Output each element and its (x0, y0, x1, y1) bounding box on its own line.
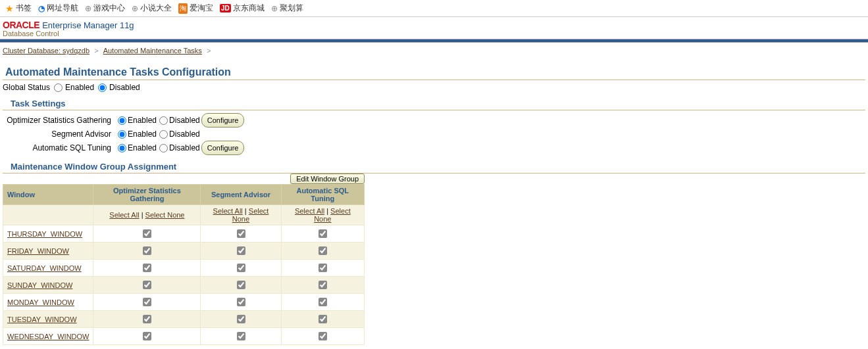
checkbox-cell (201, 277, 281, 294)
table-row: FRIDAY_WINDOW (3, 243, 365, 260)
window-link[interactable]: SUNDAY_WINDOW (7, 281, 72, 289)
bookmark-item[interactable]: JD京东商城 (220, 3, 265, 14)
product-name: Enterprise Manager 11g (42, 20, 134, 30)
breadcrumb-sep: > (205, 47, 211, 55)
disabled-label: Disabled (169, 141, 200, 154)
window-name-cell: WEDNESDAY_WINDOW (3, 328, 93, 345)
window-link[interactable]: FRIDAY_WINDOW (7, 247, 69, 255)
task-disabled-radio[interactable] (159, 116, 168, 125)
window-link[interactable]: TUESDAY_WINDOW (7, 315, 77, 323)
task-enabled-radio[interactable] (118, 116, 126, 125)
global-status-disabled-radio[interactable] (98, 83, 107, 92)
assignment-checkbox[interactable] (237, 281, 245, 289)
window-link[interactable]: WEDNESDAY_WINDOW (7, 333, 89, 340)
assignment-checkbox[interactable] (143, 281, 151, 289)
col-header: Automatic SQL Tuning (281, 185, 364, 205)
assignment-checkbox[interactable] (237, 315, 245, 323)
checkbox-cell (281, 277, 364, 294)
assignment-checkbox[interactable] (237, 229, 245, 238)
checkbox-cell (201, 311, 281, 328)
checkbox-cell (281, 225, 364, 243)
task-enabled-radio[interactable] (118, 144, 126, 152)
global-status-enabled-label: Enabled (65, 83, 94, 92)
assignment-checkbox[interactable] (319, 298, 327, 306)
assignment-checkbox[interactable] (143, 229, 151, 238)
bookmark-item[interactable]: ⊕小说大全 (132, 3, 172, 14)
checkbox-cell (201, 260, 281, 277)
select-none-link[interactable]: Select None (145, 211, 185, 219)
configure-button[interactable]: Configure (201, 113, 245, 128)
checkbox-cell (93, 277, 201, 294)
bookmark-label: 小说大全 (140, 3, 172, 14)
jd-icon: JD (220, 4, 231, 12)
task-disabled-radio[interactable] (159, 144, 168, 152)
assignment-checkbox[interactable] (319, 315, 327, 323)
breadcrumb-link[interactable]: Automated Maintenance Tasks (103, 47, 202, 55)
global-status-disabled-label: Disabled (109, 83, 140, 92)
window-group-title: Maintenance Window Group Assignment (3, 158, 865, 174)
window-link[interactable]: SATURDAY_WINDOW (7, 264, 82, 272)
bookmark-label: 网址导航 (47, 3, 78, 14)
assignment-checkbox[interactable] (237, 298, 245, 306)
enabled-label: Enabled (128, 114, 157, 127)
window-name-cell: TUESDAY_WINDOW (3, 311, 93, 328)
checkbox-cell (201, 243, 281, 260)
checkbox-cell (281, 328, 364, 345)
bookmark-item[interactable]: ★书签 (5, 3, 32, 14)
assignment-checkbox[interactable] (237, 264, 245, 272)
bookmark-item[interactable]: ⊕聚划算 (271, 3, 303, 14)
assignment-checkbox[interactable] (143, 315, 151, 323)
window-link[interactable]: THURSDAY_WINDOW (7, 230, 82, 238)
configure-button[interactable]: Configure (201, 141, 245, 155)
window-name-cell: SATURDAY_WINDOW (3, 260, 93, 277)
enabled-label: Enabled (128, 128, 157, 141)
globe-icon: ⊕ (132, 4, 138, 13)
assignment-checkbox[interactable] (237, 332, 245, 340)
checkbox-cell (281, 294, 364, 311)
page-title: Automated Maintenance Tasks Configuratio… (3, 58, 865, 80)
assignment-checkbox[interactable] (319, 246, 327, 255)
checkbox-cell (93, 225, 201, 243)
star-icon: ★ (5, 3, 14, 14)
bookmark-item[interactable]: ⊕游戏中心 (85, 3, 125, 14)
checkbox-cell (281, 243, 364, 260)
assignment-checkbox[interactable] (319, 264, 327, 272)
assignment-checkbox[interactable] (143, 246, 151, 255)
assignment-checkbox[interactable] (143, 298, 151, 306)
assignment-checkbox[interactable] (319, 281, 327, 289)
assignment-checkbox[interactable] (319, 229, 327, 238)
col-window: Window (3, 185, 93, 205)
task-setting-label: Optimizer Statistics Gathering (3, 114, 111, 127)
breadcrumb-sep: > (92, 47, 101, 55)
select-all-link[interactable]: Select All (109, 211, 139, 219)
select-all-link[interactable]: Select All (213, 207, 243, 215)
select-all-link[interactable]: Select All (295, 207, 324, 215)
edit-window-group-button[interactable]: Edit Window Group (290, 174, 365, 184)
checkbox-cell (281, 311, 364, 328)
bookmark-item[interactable]: ◔网址导航 (38, 3, 78, 14)
global-status-enabled-radio[interactable] (54, 83, 63, 92)
select-links-cell: Select All | Select None (93, 205, 201, 225)
select-links-cell: Select All | Select None (281, 205, 364, 225)
task-disabled-radio[interactable] (159, 130, 168, 139)
bookmark-label: 聚划算 (280, 3, 303, 14)
task-enabled-radio[interactable] (118, 130, 126, 139)
empty-cell (3, 205, 93, 225)
assignment-checkbox[interactable] (319, 332, 327, 340)
table-row: WEDNESDAY_WINDOW (3, 328, 365, 345)
task-setting-label: Automatic SQL Tuning (3, 141, 111, 154)
taobao-icon: 淘 (178, 3, 188, 14)
globe-icon: ⊕ (85, 4, 91, 13)
disabled-label: Disabled (169, 128, 200, 141)
checkbox-cell (93, 294, 201, 311)
task-settings-block: Optimizer Statistics GatheringEnabledDis… (0, 110, 868, 158)
breadcrumb: Cluster Database: sydqzdb > Automated Ma… (0, 43, 868, 58)
bookmark-item[interactable]: 淘爱淘宝 (178, 3, 213, 14)
window-link[interactable]: MONDAY_WINDOW (7, 298, 74, 306)
bookmark-label: 游戏中心 (93, 3, 125, 14)
assignment-checkbox[interactable] (143, 264, 151, 272)
task-setting-row: Automatic SQL TuningEnabledDisabledConfi… (3, 141, 865, 155)
assignment-checkbox[interactable] (237, 246, 245, 255)
assignment-checkbox[interactable] (143, 332, 151, 340)
breadcrumb-link[interactable]: Cluster Database: sydqzdb (3, 47, 89, 55)
